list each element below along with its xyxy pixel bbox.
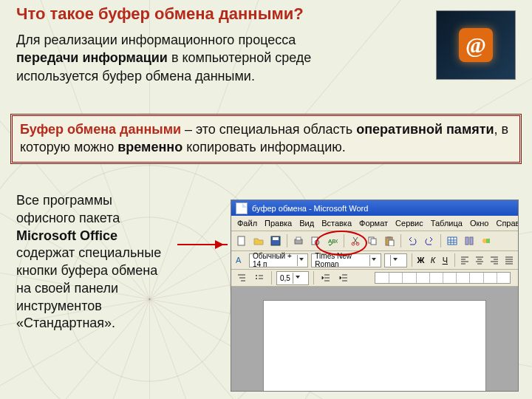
size-combo[interactable] (384, 253, 406, 267)
drawing-icon[interactable] (479, 233, 494, 248)
spell-icon[interactable]: ABC (325, 233, 340, 248)
style-value: Обычный + 14 п (253, 252, 295, 268)
svg-rect-2 (273, 237, 279, 240)
new-icon[interactable] (234, 233, 249, 248)
text-bold: Microsoft Office (16, 228, 117, 243)
paste-icon[interactable] (382, 233, 397, 248)
document-page[interactable] (263, 300, 486, 392)
word-title: буфер обмена - Microsoft Word (252, 204, 368, 213)
bullets-icon[interactable] (252, 270, 267, 285)
align-right-icon[interactable] (488, 253, 500, 267)
spacing-value: 0,5 (280, 274, 290, 282)
outline-icon[interactable] (234, 270, 249, 285)
columns-icon[interactable] (462, 233, 477, 248)
horizontal-ruler[interactable] (375, 272, 511, 284)
text: Все программы офисного пакета (16, 193, 120, 225)
word-window: буфер обмена - Microsoft Word Файл Правк… (231, 200, 519, 392)
preview-icon[interactable] (308, 233, 323, 248)
chevron-down-icon[interactable] (369, 255, 378, 266)
bold-button[interactable]: Ж (416, 256, 425, 265)
copy-icon[interactable] (365, 233, 380, 248)
paragraph-2: Все программы офисного пакета Microsoft … (16, 192, 166, 332)
font-value: Times New Roman (315, 252, 367, 268)
save-icon[interactable] (268, 233, 283, 248)
chevron-down-icon[interactable] (390, 255, 400, 266)
menu-file[interactable]: Файл (237, 219, 257, 228)
text-bold: временно (117, 140, 183, 154)
word-menubar: Файл Правка Вид Вставка Формат Сервис Та… (231, 216, 518, 231)
svg-rect-16 (466, 237, 468, 245)
undo-icon[interactable] (405, 233, 420, 248)
indent-inc-icon[interactable] (336, 270, 351, 285)
chevron-down-icon[interactable] (293, 273, 302, 284)
svg-rect-15 (448, 237, 457, 245)
word-titlebar: буфер обмена - Microsoft Word (231, 200, 518, 216)
cut-icon[interactable] (348, 233, 363, 248)
style-combo[interactable]: Обычный + 14 п (249, 253, 308, 267)
text-bold: оперативной памяти (356, 122, 494, 137)
arrow-annotation (177, 244, 228, 245)
menu-view[interactable]: Вид (299, 219, 314, 228)
svg-text:ABC: ABC (328, 238, 338, 245)
svg-rect-0 (238, 236, 245, 245)
menu-window[interactable]: Окно (470, 219, 489, 228)
svg-rect-17 (470, 237, 473, 245)
menu-help[interactable]: Справка (496, 219, 519, 228)
svg-text:A: A (236, 256, 242, 265)
table-icon[interactable] (445, 233, 460, 248)
svg-rect-13 (387, 236, 391, 239)
text: копировать информацию. (183, 140, 346, 154)
text: – это специальная область (181, 122, 356, 137)
word-toolbar-standard: ABC (231, 231, 518, 251)
styles-icon[interactable]: A (234, 253, 246, 267)
svg-rect-11 (371, 239, 376, 245)
menu-tools[interactable]: Сервис (395, 219, 423, 228)
document-icon (236, 202, 248, 214)
term: Буфер обмена данными (20, 122, 181, 137)
svg-rect-19 (486, 239, 490, 243)
open-icon[interactable] (251, 233, 266, 248)
definition-box: Буфер обмена данными – это специальная о… (10, 114, 522, 164)
svg-rect-4 (296, 237, 301, 240)
paragraph-1: Для реализации информационного процесса … (16, 31, 341, 85)
print-icon[interactable] (291, 233, 306, 248)
chevron-down-icon[interactable] (297, 255, 304, 266)
align-justify-icon[interactable] (503, 253, 515, 267)
word-toolbar-formatting: A Обычный + 14 п Times New Roman Ж К Ч (231, 251, 518, 270)
font-combo[interactable]: Times New Roman (311, 253, 381, 267)
align-left-icon[interactable] (459, 253, 471, 267)
svg-rect-14 (389, 240, 394, 246)
slide-title: Что такое буфер обмена данными? (16, 4, 304, 24)
decorative-image: @ (436, 10, 516, 80)
menu-table[interactable]: Таблица (431, 219, 463, 228)
svg-point-21 (256, 275, 257, 276)
word-page-area (231, 287, 518, 392)
italic-button[interactable]: К (429, 256, 437, 265)
at-sign-icon: @ (459, 28, 493, 62)
word-ruler-row: 0,5 (231, 270, 518, 287)
menu-format[interactable]: Формат (359, 219, 388, 228)
menu-edit[interactable]: Правка (265, 219, 292, 228)
redo-icon[interactable] (422, 233, 437, 248)
text: Для реализации информационного процесса (16, 33, 296, 47)
align-center-icon[interactable] (474, 253, 485, 267)
svg-point-22 (256, 278, 257, 279)
text: содержат специальные кнопки буфера обмен… (16, 245, 161, 330)
spacing-combo[interactable]: 0,5 (276, 271, 309, 285)
menu-insert[interactable]: Вставка (321, 219, 352, 228)
indent-dec-icon[interactable] (318, 270, 333, 285)
underline-button[interactable]: Ч (440, 256, 449, 265)
text-bold: передачи информации (16, 50, 168, 65)
